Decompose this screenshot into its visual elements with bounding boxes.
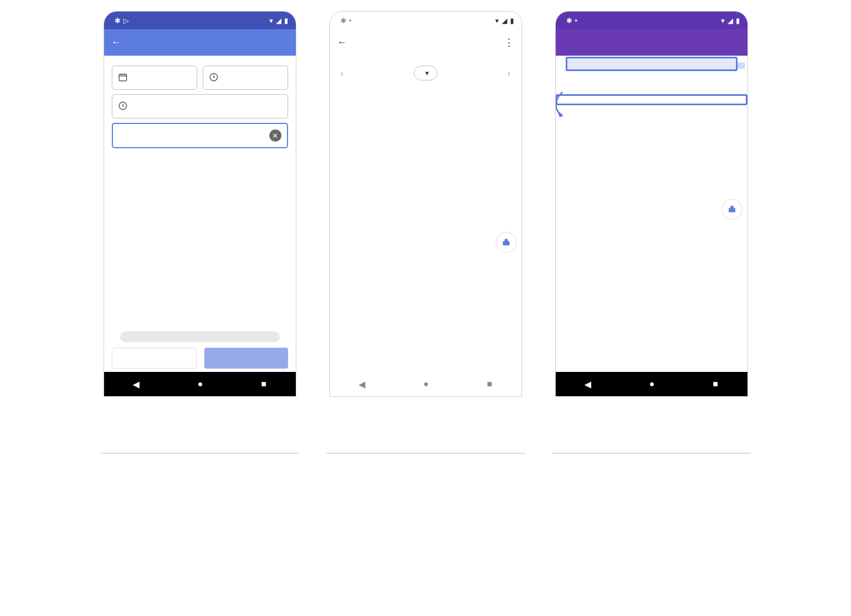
nav-home-icon[interactable]: ● — [424, 379, 429, 389]
column-2: ✱ • ▾ ◢ ▮ ← ⋮ ‹ — [327, 11, 525, 459]
battery-icon: ▮ — [284, 17, 288, 25]
dot-icon: • — [349, 17, 352, 25]
divider — [101, 453, 299, 453]
wifi-icon: ▾ — [269, 17, 273, 25]
phone-toolbox: ✱ ▷ ▾ ◢ ▮ ← — [104, 11, 296, 397]
pinwheel-icon: ✱ — [115, 17, 121, 25]
back-icon[interactable]: ← — [338, 37, 347, 48]
play-icon: ▷ — [123, 17, 129, 25]
dot-icon: • — [575, 17, 578, 25]
battery-icon: ▮ — [510, 17, 514, 25]
toolbox-fab[interactable] — [496, 232, 517, 253]
count-input[interactable]: ✕ — [112, 123, 288, 148]
calendar-icon — [118, 72, 128, 84]
wifi-icon: ▾ — [721, 17, 725, 25]
chevron-down-icon: ▾ — [425, 69, 429, 77]
app-bar — [556, 29, 747, 56]
pinwheel-icon: ✱ — [340, 17, 346, 25]
pinwheel-icon: ✱ — [566, 17, 572, 25]
toolbox-fab[interactable] — [722, 199, 742, 220]
steps-content: ‹ ▾ › — [330, 56, 522, 372]
status-bar: ✱ • ▾ ◢ ▮ — [556, 12, 747, 29]
date-navigator: ‹ ▾ › — [338, 61, 514, 85]
nav-back-icon[interactable]: ◀ — [133, 379, 139, 390]
signal-icon: ◢ — [276, 17, 281, 25]
nav-home-icon[interactable]: ● — [198, 379, 203, 389]
nav-recent-icon[interactable]: ■ — [261, 379, 267, 389]
time-field[interactable] — [203, 66, 288, 90]
nav-recent-icon[interactable]: ■ — [713, 379, 718, 389]
divider — [327, 453, 525, 453]
next-day-icon[interactable]: › — [508, 69, 511, 78]
date-dropdown[interactable]: ▾ — [414, 66, 437, 80]
clock-icon — [209, 72, 219, 84]
column-3: ✱ • ▾ ◢ ▮ — [552, 11, 751, 459]
nav-bar: ◀ ● ■ — [556, 372, 747, 396]
status-bar: ✱ • ▾ ◢ ▮ — [330, 12, 522, 29]
divider — [552, 453, 751, 453]
reset-button[interactable] — [112, 348, 197, 369]
signal-icon: ◢ — [728, 17, 733, 25]
back-icon[interactable]: ← — [112, 37, 121, 48]
duration-field[interactable] — [112, 94, 288, 118]
app-bar: ← ⋮ — [330, 29, 522, 56]
app-bar: ← — [104, 29, 296, 56]
clear-icon[interactable]: ✕ — [269, 129, 281, 142]
three-phone-layout: ✱ ▷ ▾ ◢ ▮ ← — [11, 11, 840, 459]
phone-custom-app: ✱ • ▾ ◢ ▮ — [555, 11, 748, 397]
clock-icon — [118, 101, 128, 112]
nav-back-icon[interactable]: ◀ — [359, 379, 365, 390]
nav-bar: ◀ ● ■ — [104, 372, 296, 396]
wifi-icon: ▾ — [495, 17, 499, 25]
save-button[interactable] — [204, 348, 288, 369]
monthly-total — [556, 94, 747, 105]
toast-message — [120, 331, 280, 342]
arrow-icon — [556, 90, 568, 123]
battery-icon: ▮ — [736, 17, 740, 25]
custom-app-content — [556, 56, 747, 372]
callout-note — [566, 57, 738, 71]
nav-recent-icon[interactable]: ■ — [487, 379, 492, 389]
nav-back-icon[interactable]: ◀ — [584, 379, 591, 390]
more-icon[interactable]: ⋮ — [504, 36, 514, 48]
signal-icon: ◢ — [502, 17, 507, 25]
phone-health-connect: ✱ • ▾ ◢ ▮ ← ⋮ ‹ — [329, 11, 522, 397]
bottom-buttons — [112, 348, 288, 369]
date-field[interactable] — [112, 66, 197, 90]
form-content: ✕ — [104, 56, 296, 372]
nav-bar: ◀ ● ■ — [330, 372, 522, 396]
status-bar: ✱ ▷ ▾ ◢ ▮ — [104, 12, 296, 29]
prev-day-icon[interactable]: ‹ — [341, 69, 344, 78]
column-1: ✱ ▷ ▾ ◢ ▮ ← — [101, 11, 299, 459]
nav-home-icon[interactable]: ● — [649, 379, 655, 389]
svg-rect-0 — [119, 74, 127, 80]
